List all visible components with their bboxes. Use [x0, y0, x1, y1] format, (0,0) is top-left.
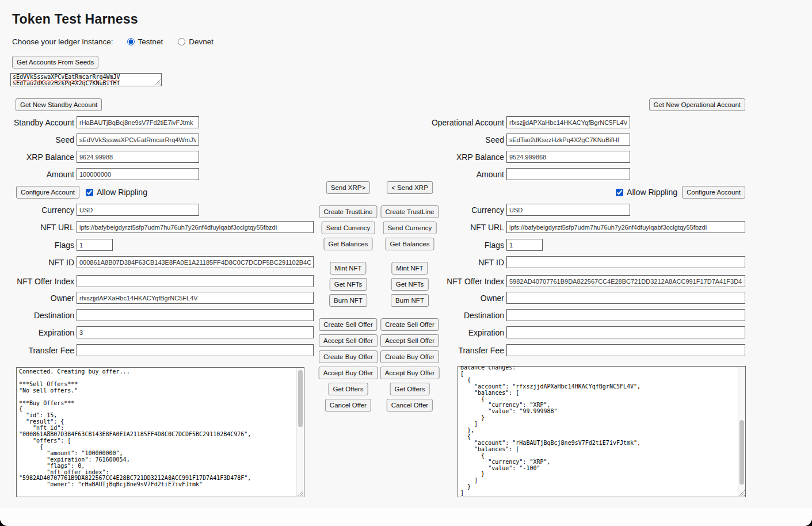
operational-transfer-fee-row: Transfer Fee — [368, 344, 745, 356]
standby-owner-row: Owner — [1, 292, 314, 304]
standby-accept-buy-offer-button[interactable]: Accept Buy Offer — [319, 367, 378, 379]
seed-line: sEdTao2dKsezHzkPq4X2gC7KNuBifHf — [13, 81, 159, 86]
scrollbar-thumb[interactable] — [298, 370, 303, 427]
standby-send-currency-button[interactable]: Send Currency — [322, 222, 375, 234]
operational-nft-url-row: NFT URL — [368, 221, 745, 233]
operational-flags-row: Flags — [368, 239, 543, 251]
operational-seed-row: Seed — [368, 134, 630, 146]
operational-seed-input[interactable] — [506, 134, 630, 146]
op-send-xrp-button[interactable]: < Send XRP — [387, 181, 433, 194]
operational-flags-input[interactable] — [506, 239, 543, 251]
operational-allow-rippling-label[interactable]: Allow Rippling — [627, 188, 677, 197]
standby-get-balances-button[interactable]: Get Balances — [323, 238, 372, 250]
operational-amount-input[interactable] — [506, 168, 630, 180]
operational-currency-row: Currency — [368, 204, 630, 216]
standby-get-offers-button[interactable]: Get Offers — [329, 383, 368, 395]
standby-mint-nft-button[interactable]: Mint NFT — [330, 262, 366, 275]
standby-destination-row: Destination — [1, 309, 314, 321]
operational-results-textarea[interactable]: Balance changes: [ { "account": "rfxszjj… — [458, 366, 746, 497]
get-new-operational-account-button[interactable]: Get New Operational Account — [649, 98, 746, 111]
standby-transfer-fee-input[interactable] — [77, 344, 314, 356]
standby-amount-row: Amount — [1, 168, 199, 180]
operational-amount-row: Amount — [368, 168, 630, 180]
operational-account-row: Operational Account — [368, 116, 630, 128]
standby-allow-rippling-checkbox[interactable] — [86, 189, 93, 196]
operational-xrp-balance-row: XRP Balance — [368, 151, 630, 163]
standby-configure-account-button[interactable]: Configure Account — [16, 186, 79, 199]
standby-currency-row: Currency — [1, 204, 199, 216]
standby-seed-input[interactable] — [77, 134, 199, 146]
scrollbar-thumb[interactable] — [739, 420, 744, 485]
seeds-textarea[interactable]: sEdVVkSsswaXPCvEatRmcarRrq4WmJV sEdTao2d… — [10, 73, 162, 86]
ledger-instance-chooser: Choose your ledger instance: Testnet Dev… — [12, 36, 228, 47]
standby-xrp-balance-row: XRP Balance — [1, 151, 199, 163]
standby-expiration-row: Expiration — [1, 326, 314, 338]
standby-nft-offer-index-row: NFT Offer Index — [1, 275, 314, 287]
operational-configure-row: Allow Rippling Configure Account — [616, 186, 745, 199]
standby-flags-row: Flags — [1, 239, 113, 251]
operational-results-text: Balance changes: [ { "account": "rfxszjj… — [458, 366, 745, 497]
operational-nft-url-input[interactable] — [506, 221, 745, 233]
standby-nft-url-row: NFT URL — [1, 221, 314, 233]
testnet-radio-label[interactable]: Testnet — [138, 37, 163, 46]
page-title: Token Test Harness — [12, 12, 138, 27]
operational-expiration-input[interactable] — [506, 326, 745, 338]
operational-destination-input[interactable] — [506, 309, 745, 321]
standby-currency-input[interactable] — [77, 204, 199, 216]
operational-nft-offer-index-row: NFT Offer Index — [368, 275, 745, 287]
operational-nft-id-row: NFT ID — [368, 256, 745, 268]
operational-owner-input[interactable] — [506, 292, 745, 304]
standby-burn-nft-button[interactable]: Burn NFT — [329, 294, 367, 307]
testnet-radio[interactable] — [127, 38, 135, 45]
standby-account-row: Standby Account — [1, 116, 199, 128]
devnet-radio[interactable] — [178, 38, 185, 45]
op-cancel-offer-button[interactable]: Cancel Offer — [387, 399, 433, 411]
operational-configure-account-button[interactable]: Configure Account — [682, 186, 745, 199]
standby-transfer-fee-row: Transfer Fee — [1, 344, 314, 356]
standby-nft-id-input[interactable] — [77, 256, 314, 268]
standby-flags-input[interactable] — [77, 239, 113, 251]
standby-seed-row: Seed — [1, 134, 199, 146]
standby-nft-offer-index-input[interactable] — [77, 275, 314, 287]
standby-results-textarea[interactable]: Connected. Creating buy offer... ***Sell… — [16, 367, 304, 497]
operational-currency-input[interactable] — [506, 204, 630, 216]
standby-expiration-input[interactable] — [77, 326, 314, 338]
operational-expiration-row: Expiration — [368, 326, 745, 338]
operational-transfer-fee-input[interactable] — [506, 344, 745, 356]
ledger-prompt-label: Choose your ledger instance: — [12, 37, 113, 46]
devnet-radio-label[interactable]: Devnet — [189, 37, 214, 46]
standby-results-text: Connected. Creating buy offer... ***Sell… — [17, 368, 304, 489]
standby-owner-input[interactable] — [77, 292, 314, 304]
operational-allow-rippling-checkbox[interactable] — [616, 189, 623, 196]
standby-configure-row: Configure Account Allow Rippling — [16, 186, 147, 199]
operational-nft-id-input[interactable] — [506, 256, 745, 268]
standby-account-input[interactable] — [77, 116, 199, 128]
standby-cancel-offer-button[interactable]: Cancel Offer — [325, 399, 371, 411]
standby-send-xrp-button[interactable]: Send XRP> — [326, 181, 370, 194]
scrollbar[interactable] — [738, 367, 745, 496]
standby-get-nfts-button[interactable]: Get NFTs — [330, 278, 367, 291]
get-accounts-from-seeds-button[interactable]: Get Accounts From Seeds — [12, 56, 98, 68]
operational-owner-row: Owner — [368, 292, 745, 304]
token-test-harness-page: Token Test Harness Choose your ledger in… — [0, 0, 812, 526]
operational-account-input[interactable] — [506, 116, 630, 128]
bottom-strip — [0, 508, 812, 526]
scrollbar[interactable] — [296, 368, 303, 496]
op-get-offers-button[interactable]: Get Offers — [390, 383, 430, 395]
operational-xrp-balance-input[interactable] — [506, 151, 630, 163]
standby-xrp-balance-input[interactable] — [77, 151, 199, 163]
get-new-standby-account-button[interactable]: Get New Standby Account — [16, 98, 102, 111]
operational-nft-offer-index-input[interactable] — [506, 275, 745, 287]
op-accept-buy-offer-button[interactable]: Accept Buy Offer — [380, 367, 440, 379]
standby-allow-rippling-label[interactable]: Allow Rippling — [97, 188, 147, 197]
standby-nft-id-row: NFT ID — [1, 256, 314, 268]
standby-nft-url-input[interactable] — [77, 221, 314, 233]
standby-amount-input[interactable] — [77, 168, 199, 180]
operational-destination-row: Destination — [368, 309, 745, 321]
standby-destination-input[interactable] — [77, 309, 314, 321]
